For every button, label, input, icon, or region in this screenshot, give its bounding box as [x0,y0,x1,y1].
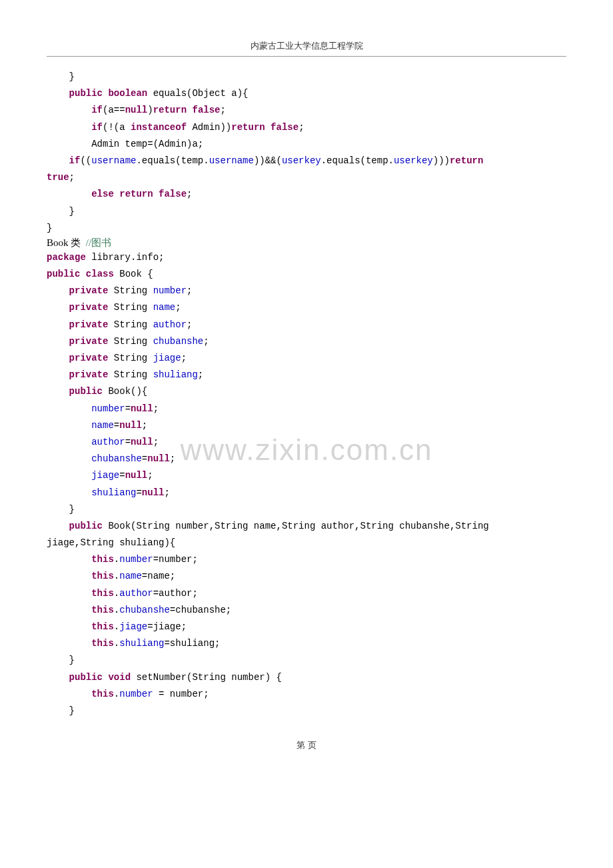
code-line: private String chubanshe; [47,333,566,350]
code-line: } [47,501,566,518]
code-line: private String jiage; [47,350,566,367]
code-line: private String shuliang; [47,367,566,383]
code-line: } [47,652,566,669]
code-line: number=null; [47,401,566,417]
code-line: } [47,703,566,719]
code-line: } [47,203,566,220]
code-line: this.number=number; [47,551,566,568]
code-line: this.name=name; [47,568,566,585]
code-line: shuliang=null; [47,485,566,501]
code-line: this.jiage=jiage; [47,619,566,635]
page-footer: 第 页 [47,739,566,751]
section-title: Book 类 //图书 [47,237,566,249]
code-line: this.author=author; [47,585,566,602]
code-line: Admin temp=(Admin)a; [47,136,566,153]
code-line: package library.info; [47,249,566,266]
code-line: else return false; [47,186,566,203]
code-line: private String name; [47,299,566,316]
code-line: if((username.equals(temp.username))&&(us… [47,153,566,169]
code-line: chubanshe=null; [47,451,566,467]
code-line: author=null; [47,434,566,451]
code-line: true; [47,169,566,186]
code-line: jiage=null; [47,467,566,484]
code-line: this.chubanshe=chubanshe; [47,602,566,619]
code-line: name=null; [47,417,566,434]
code-line: public boolean equals(Object a){ [47,85,566,102]
code-line: if(a==null)return false; [47,102,566,119]
page-header: 内蒙古工业大学信息工程学院 [47,40,566,57]
code-line: if(!(a instanceof Admin))return false; [47,119,566,136]
code-line: private String author; [47,317,566,333]
code-line: this.shuliang=shuliang; [47,635,566,652]
code-line: } [47,220,566,237]
code-line: jiage,String shuliang){ [47,535,566,551]
code-line: public Book(String number,String name,St… [47,518,566,535]
code-line: public Book(){ [47,383,566,400]
code-line: public class Book { [47,266,566,283]
code-line: public void setNumber(String number) { [47,669,566,686]
code-line: private String number; [47,283,566,299]
code-line: this.number = number; [47,686,566,703]
code-line: } [47,69,566,85]
code-content: } public boolean equals(Object a){ if(a=… [47,69,566,719]
